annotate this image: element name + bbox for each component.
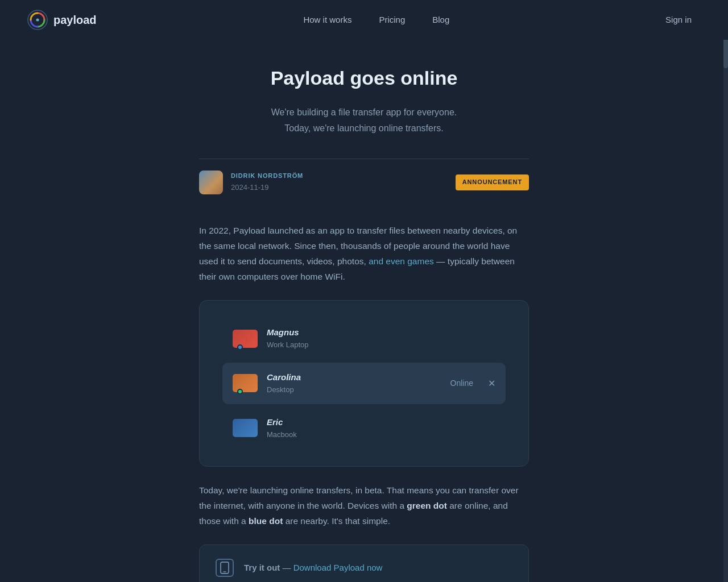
nav-links: How it works Pricing Blog <box>292 9 461 31</box>
avatar <box>199 171 223 194</box>
article-paragraph-1: In 2022, Payload launched as an app to t… <box>199 223 529 285</box>
device-icon-carolina <box>233 374 258 392</box>
logo-text: payload <box>53 11 97 29</box>
hero-title: Payload goes online <box>199 63 529 93</box>
nav-pricing[interactable]: Pricing <box>367 9 416 31</box>
logo-link[interactable]: payload <box>27 10 97 30</box>
device-sublabel-magnus: Work Laptop <box>267 339 495 351</box>
svg-point-3 <box>36 19 39 22</box>
phone-icon <box>216 559 234 577</box>
hero-subtitle: We're building a file transfer app for e… <box>199 105 529 135</box>
device-close-button[interactable]: ✕ <box>488 376 495 391</box>
nav-blog[interactable]: Blog <box>421 9 461 31</box>
author-info: DIDRIK NORDSTRÖM 2024-11-19 <box>199 171 303 194</box>
announcement-tag: ANNOUNCEMENT <box>456 174 529 190</box>
status-dot-magnus <box>237 344 243 350</box>
device-item-carolina[interactable]: Carolina Desktop Online ✕ <box>222 363 506 404</box>
device-item-magnus[interactable]: Magnus Work Laptop <box>222 318 506 359</box>
device-name-eric: Eric <box>267 415 495 429</box>
device-online-label: Online <box>450 377 473 389</box>
main-content: Payload goes online We're building a fil… <box>188 40 540 582</box>
paragraph2-end: are nearby. It's that simple. <box>286 516 390 526</box>
device-name-carolina: Carolina <box>267 371 441 384</box>
cta-text: Try it out — Download Payload now <box>244 561 382 575</box>
device-info-magnus: Magnus Work Laptop <box>267 326 495 351</box>
cta-dash: — <box>283 563 293 572</box>
cta-box: Try it out — Download Payload now <box>199 544 529 582</box>
scrollbar-track[interactable] <box>723 0 728 582</box>
signin-link[interactable]: Sign in <box>656 9 701 31</box>
main-nav: payload How it works Pricing Blog Sign i… <box>0 0 728 40</box>
cta-try-label: Try it out <box>244 563 280 572</box>
status-dot-carolina <box>237 389 243 394</box>
author-section: DIDRIK NORDSTRÖM 2024-11-19 ANNOUNCEMENT <box>199 159 529 206</box>
games-link[interactable]: and even games <box>369 256 434 266</box>
author-details: DIDRIK NORDSTRÖM 2024-11-19 <box>231 171 303 194</box>
green-dot-label: green dot <box>407 501 447 510</box>
device-info-eric: Eric Macbook <box>267 415 495 441</box>
logo-icon <box>27 10 48 30</box>
download-link[interactable]: Download Payload now <box>293 563 383 572</box>
author-date: 2024-11-19 <box>231 182 303 194</box>
device-item-eric[interactable]: Eric Macbook <box>222 408 506 449</box>
device-sublabel-eric: Macbook <box>267 429 495 441</box>
hero-subtitle-line1: We're building a file transfer app for e… <box>271 107 457 117</box>
device-name-magnus: Magnus <box>267 326 495 339</box>
device-list: Magnus Work Laptop Carolina Desktop Onli… <box>222 318 506 448</box>
device-icon-magnus <box>233 330 258 348</box>
hero-section: Payload goes online We're building a fil… <box>199 63 529 136</box>
blue-dot-label: blue dot <box>249 516 283 526</box>
device-icon-eric <box>233 419 258 437</box>
author-name: DIDRIK NORDSTRÖM <box>231 171 303 181</box>
nav-how-it-works[interactable]: How it works <box>292 9 363 31</box>
article-paragraph-2: Today, we're launching online transfers,… <box>199 483 529 529</box>
device-info-carolina: Carolina Desktop <box>267 371 441 396</box>
device-sublabel-carolina: Desktop <box>267 384 441 396</box>
hero-subtitle-line2: Today, we're launching online transfers. <box>284 123 443 133</box>
app-screenshot: Magnus Work Laptop Carolina Desktop Onli… <box>199 300 529 466</box>
avatar-image <box>199 171 223 194</box>
